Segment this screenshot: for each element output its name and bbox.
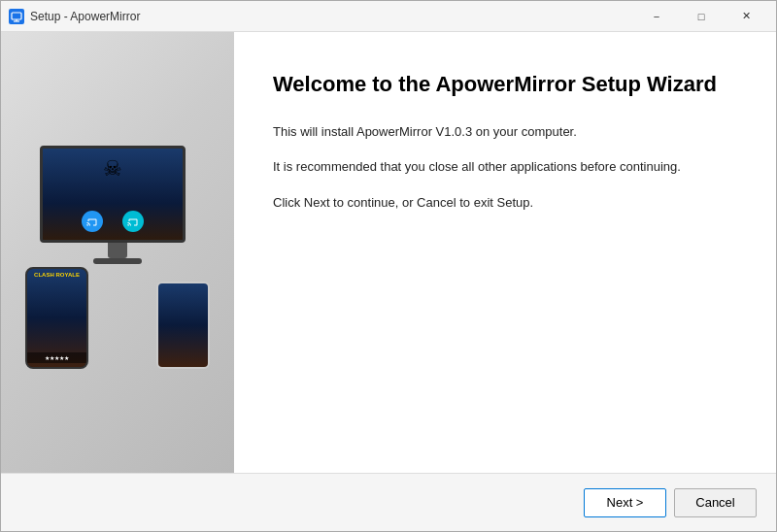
paragraph-1: This will install ApowerMirror V1.0.3 on… (273, 122, 737, 143)
game-label-left: ★★★★★ (27, 352, 86, 363)
skull-icon: ☠ (103, 156, 122, 182)
app-icon (9, 9, 24, 24)
main-content: ☠ (1, 32, 776, 473)
setup-window: Setup - ApowerMirror − □ ✕ ☠ (0, 0, 777, 532)
titlebar: Setup - ApowerMirror − □ ✕ (1, 1, 776, 32)
maximize-button[interactable]: □ (679, 1, 724, 32)
welcome-title: Welcome to the ApowerMirror Setup Wizard (273, 71, 737, 99)
cast-icon-right (122, 211, 144, 232)
game-header-left: CLASH ROYALE (27, 272, 86, 278)
cast-icon-left (82, 211, 103, 232)
monitor-base (93, 258, 142, 264)
monitor-screen: ☠ (40, 146, 186, 243)
next-button[interactable]: Next > (584, 488, 666, 517)
bottom-bar: Next > Cancel (1, 473, 776, 531)
left-panel: ☠ (1, 32, 234, 473)
phone-left-device: CLASH ROYALE ★★★★★ (25, 267, 88, 369)
cancel-button[interactable]: Cancel (674, 488, 757, 517)
paragraph-2: It is recommended that you close all oth… (273, 157, 737, 178)
minimize-button[interactable]: − (634, 1, 679, 32)
right-panel: Welcome to the ApowerMirror Setup Wizard… (234, 32, 776, 473)
close-button[interactable]: ✕ (724, 1, 768, 32)
paragraph-3: Click Next to continue, or Cancel to exi… (273, 193, 737, 214)
svg-rect-0 (12, 13, 21, 19)
device-illustration: ☠ (20, 126, 215, 379)
phone-left-screen: CLASH ROYALE ★★★★★ (27, 269, 86, 367)
monitor-device: ☠ (40, 146, 195, 272)
screen-content: ☠ (43, 149, 183, 240)
phone-right-device (156, 282, 210, 369)
monitor-stand (108, 243, 127, 258)
window-controls: − □ ✕ (634, 1, 768, 32)
window-title: Setup - ApowerMirror (30, 10, 634, 23)
welcome-body: This will install ApowerMirror V1.0.3 on… (273, 122, 737, 453)
cast-icons-overlay (82, 211, 144, 232)
phone-right-screen (158, 283, 208, 367)
